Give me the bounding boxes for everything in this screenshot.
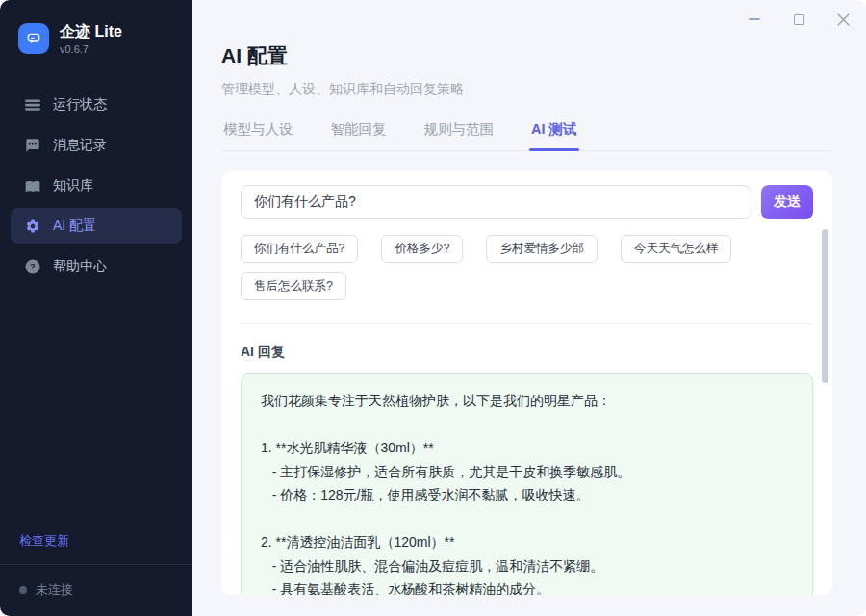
sidebar-item-label: 帮助中心 <box>53 258 107 275</box>
ai-test-panel: 发送 你们有什么产品? 价格多少? 乡村爱情多少部 今天天气怎么样 售后怎么联系… <box>221 171 832 595</box>
quick-question-chip[interactable]: 你们有什么产品? <box>241 235 358 263</box>
app-name: 企迹 Lite <box>60 23 122 40</box>
main-content: AI 配置 管理模型、人设、知识库和自动回复策略 模型与人设 智能回复 规则与范… <box>192 0 866 616</box>
help-circle-icon: ? <box>25 259 40 274</box>
question-input[interactable] <box>241 185 751 219</box>
brand-text: 企迹 Lite v0.6.7 <box>60 23 122 55</box>
maximize-icon <box>794 14 804 25</box>
quick-question-chip[interactable]: 今天天气怎么样 <box>621 235 732 263</box>
book-icon <box>25 178 40 193</box>
status-dot-icon <box>19 586 27 594</box>
sidebar-item-help[interactable]: ? 帮助中心 <box>11 248 182 284</box>
sidebar-item-label: 运行状态 <box>53 96 107 114</box>
sidebar-item-label: 消息记录 <box>53 137 107 154</box>
gear-icon <box>25 218 40 234</box>
sidebar-item-label: AI 配置 <box>53 218 96 235</box>
ai-reply-box: 我们花颜集专注于天然植物护肤，以下是我们的明星产品： 1. **水光肌精华液（3… <box>241 373 813 595</box>
quick-question-chip[interactable]: 乡村爱情多少部 <box>486 235 598 263</box>
app-version: v0.6.7 <box>60 43 122 55</box>
quick-question-chip[interactable]: 售后怎么联系? <box>241 272 346 300</box>
page-title: AI 配置 <box>221 42 866 69</box>
sidebar-item-label: 知识库 <box>53 177 93 194</box>
sidebar-bottom: 检查更新 未连接 <box>0 531 192 616</box>
scrollbar[interactable] <box>822 229 828 383</box>
chat-bubble-icon <box>24 29 43 48</box>
window-controls <box>745 10 853 29</box>
sidebar-nav: 运行状态 消息记录 知识库 <box>0 87 192 284</box>
close-button[interactable] <box>833 10 853 29</box>
app-logo-icon <box>18 23 49 54</box>
close-icon <box>837 13 850 26</box>
sidebar: 企迹 Lite v0.6.7 运行状态 <box>0 0 192 616</box>
tab-smart-reply[interactable]: 智能回复 <box>329 120 389 150</box>
chat-icon <box>25 138 40 153</box>
app-window: 企迹 Lite v0.6.7 运行状态 <box>0 0 866 616</box>
connection-status-label: 未连接 <box>36 581 73 599</box>
sidebar-item-knowledge[interactable]: 知识库 <box>11 167 182 203</box>
connection-status: 未连接 <box>0 565 192 616</box>
sidebar-item-ai-config[interactable]: AI 配置 <box>11 208 182 244</box>
question-input-row: 发送 <box>241 185 813 219</box>
app-brand: 企迹 Lite v0.6.7 <box>0 0 192 55</box>
minimize-icon <box>749 18 760 20</box>
quick-question-chip[interactable]: 价格多少? <box>381 235 463 263</box>
ai-reply-text: 我们花颜集专注于天然植物护肤，以下是我们的明星产品： 1. **水光肌精华液（3… <box>261 389 793 595</box>
ai-reply-label: AI 回复 <box>241 344 813 361</box>
tab-rules-scope[interactable]: 规则与范围 <box>422 120 497 150</box>
panel-divider <box>241 323 813 324</box>
list-icon <box>25 97 40 113</box>
maximize-button[interactable] <box>789 10 808 29</box>
tab-model-persona[interactable]: 模型与人设 <box>221 120 295 150</box>
page-subtitle: 管理模型、人设、知识库和自动回复策略 <box>221 81 866 98</box>
check-update-link[interactable]: 检查更新 <box>19 532 69 550</box>
minimize-button[interactable] <box>745 10 764 29</box>
tab-ai-test[interactable]: AI 测试 <box>529 120 579 150</box>
svg-text:?: ? <box>30 261 36 271</box>
sidebar-item-run-status[interactable]: 运行状态 <box>11 87 182 122</box>
send-button[interactable]: 发送 <box>761 185 813 219</box>
tab-bar: 模型与人设 智能回复 规则与范围 AI 测试 <box>221 120 832 151</box>
quick-questions: 你们有什么产品? 价格多少? 乡村爱情多少部 今天天气怎么样 售后怎么联系? <box>241 235 760 300</box>
sidebar-item-messages[interactable]: 消息记录 <box>11 127 182 163</box>
